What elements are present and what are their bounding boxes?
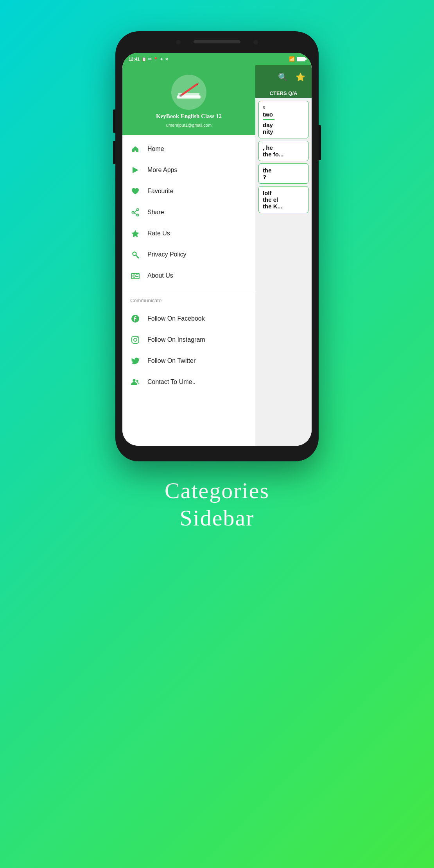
home-label: Home [147, 145, 164, 152]
menu-section: Home More Apps [122, 135, 255, 289]
privacy-policy-label: Privacy Policy [147, 251, 187, 258]
menu-divider [122, 291, 255, 291]
status-left: 12:41 📋 ✉ 📍 ✦ ✕ [129, 57, 168, 61]
sidebar-drawer: KeyBook English Class 12 umerajput1@gmai… [122, 65, 255, 446]
main-content-area: 🔍 ⭐ CTERS Q/A s two day nity , [255, 65, 312, 446]
notification-icon: 📋 [142, 57, 146, 61]
app-email: umerajput1@gmail.com [166, 123, 212, 127]
content-card-1: s two day nity [258, 101, 308, 138]
phone-mockup: 12:41 📋 ✉ 📍 ✦ ✕ 📶 [115, 31, 319, 461]
sidebar-item-favourite[interactable]: Favourite [122, 181, 255, 202]
app-logo [171, 75, 206, 110]
speaker [194, 40, 240, 43]
card4-line2: the el [263, 196, 304, 203]
card1-divider [263, 119, 274, 120]
people-icon [130, 377, 140, 387]
card3-line1: the [263, 167, 304, 174]
side-button-volume-down [113, 141, 115, 164]
status-time: 12:41 [129, 57, 140, 61]
bottom-label: Categories Sidebar [165, 477, 269, 531]
communicate-section: Follow On Facebook Follow [122, 305, 255, 396]
play-icon [130, 165, 140, 175]
bluetooth-icon: ✦ [160, 57, 163, 61]
sidebar-item-facebook[interactable]: Follow On Facebook [122, 308, 255, 329]
sidebar-item-home[interactable]: Home [122, 138, 255, 160]
rate-us-label: Rate Us [147, 230, 170, 237]
home-icon [130, 144, 140, 154]
star-icon [130, 228, 140, 239]
phone-screen: 12:41 📋 ✉ 📍 ✦ ✕ 📶 [122, 53, 312, 446]
sidebar-item-rate-us[interactable]: Rate Us [122, 223, 255, 244]
content-card-4: lolf the el the K... [258, 186, 308, 213]
wifi-icon: 📶 [289, 56, 295, 62]
facebook-icon [130, 314, 140, 324]
instagram-icon [130, 335, 140, 345]
sidebar-header: KeyBook English Class 12 umerajput1@gmai… [122, 65, 255, 135]
twitter-icon [130, 356, 140, 366]
content-card-2: , he the fo... [258, 141, 308, 161]
sidebar-item-share[interactable]: Share [122, 202, 255, 223]
card1-body1: day [263, 122, 304, 128]
svg-point-23 [133, 379, 136, 382]
svg-point-6 [137, 209, 139, 211]
svg-line-10 [134, 213, 137, 214]
sidebar-item-contact[interactable]: Contact To Ume.. [122, 371, 255, 393]
content-section-label: CTERS Q/A [255, 89, 312, 98]
svg-point-22 [137, 337, 138, 338]
mail-icon: ✉ [148, 57, 151, 61]
key-icon [130, 249, 140, 260]
svg-rect-4 [179, 95, 182, 97]
camera-left [176, 40, 181, 45]
bottom-label-line2: Sidebar [165, 504, 269, 532]
svg-marker-11 [131, 230, 139, 237]
share-icon [130, 207, 140, 217]
phone-frame: 12:41 📋 ✉ 📍 ✦ ✕ 📶 [115, 31, 319, 461]
main-app-header: 🔍 ⭐ [255, 65, 312, 89]
app-content: KeyBook English Class 12 umerajput1@gmai… [122, 65, 312, 446]
twitter-label: Follow On Twitter [147, 357, 195, 364]
side-button-volume-up [113, 109, 115, 133]
sidebar-item-about-us[interactable]: About Us [122, 265, 255, 286]
settings-icon: ✕ [165, 57, 168, 61]
card2-line2: the fo... [263, 151, 304, 158]
idcard-icon [130, 271, 140, 281]
app-name: KeyBook English Class 12 [156, 113, 222, 120]
share-label: Share [147, 209, 164, 216]
card3-line2: ? [263, 174, 304, 180]
status-right: 📶 [289, 56, 305, 62]
svg-point-7 [132, 212, 134, 213]
sidebar-item-twitter[interactable]: Follow On Twitter [122, 350, 255, 371]
svg-point-8 [137, 214, 139, 216]
camera-right [253, 40, 258, 45]
card1-line1: s [263, 104, 304, 111]
content-card-3: the ? [258, 163, 308, 184]
location-icon: 📍 [153, 57, 158, 61]
bottom-label-line1: Categories [165, 477, 269, 504]
heart-icon [130, 186, 140, 196]
card2-line1: , he [263, 144, 304, 151]
svg-point-24 [136, 380, 138, 382]
card4-line3: the K... [263, 203, 304, 210]
card1-body2: nity [263, 128, 304, 135]
svg-line-9 [134, 210, 137, 213]
favourite-label: Favourite [147, 188, 174, 195]
contact-label: Contact To Ume.. [147, 378, 195, 386]
side-button-power [319, 125, 321, 160]
search-icon[interactable]: 🔍 [278, 72, 288, 82]
content-cards: s two day nity , he the fo... the ? [255, 98, 312, 216]
svg-point-21 [134, 338, 137, 341]
facebook-label: Follow On Facebook [147, 315, 205, 322]
svg-point-16 [133, 275, 135, 277]
sidebar-item-more-apps[interactable]: More Apps [122, 160, 255, 181]
sidebar-item-privacy-policy[interactable]: Privacy Policy [122, 244, 255, 265]
bookmark-icon[interactable]: ⭐ [296, 72, 305, 82]
about-us-label: About Us [147, 272, 173, 279]
sidebar-item-instagram[interactable]: Follow On Instagram [122, 329, 255, 350]
svg-marker-5 [133, 167, 138, 173]
status-bar: 12:41 📋 ✉ 📍 ✦ ✕ 📶 [122, 53, 312, 65]
instagram-label: Follow On Instagram [147, 336, 205, 343]
logo-svg [175, 81, 203, 104]
svg-rect-20 [132, 336, 139, 343]
communicate-header: Communicate [122, 293, 255, 305]
card4-line1: lolf [263, 190, 304, 196]
